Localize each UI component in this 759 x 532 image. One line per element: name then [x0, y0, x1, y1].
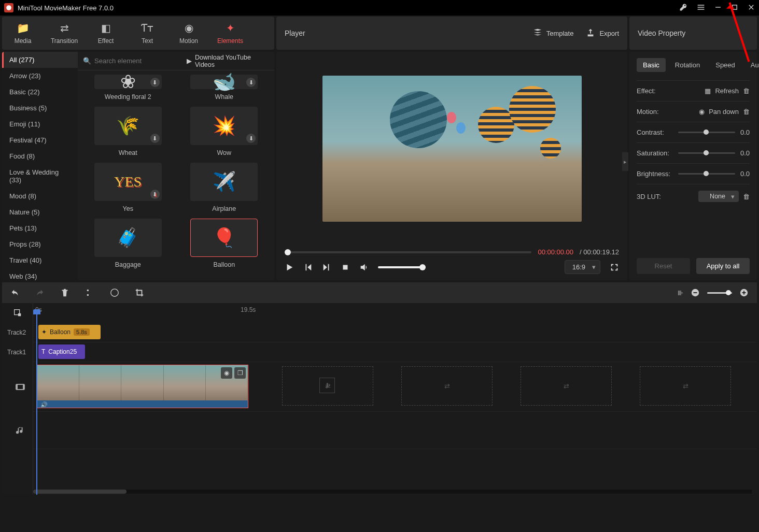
zoom-in-button[interactable]: [739, 288, 749, 297]
category-item[interactable]: Arrow (23): [2, 68, 78, 84]
playhead[interactable]: [36, 312, 37, 495]
track-2[interactable]: ✦ Balloon 5.8s: [33, 323, 757, 342]
tab-elements[interactable]: ✦ Elements: [209, 17, 251, 50]
audio-track-icon[interactable]: [2, 412, 33, 449]
category-item[interactable]: Love & Wedding (33): [2, 164, 78, 188]
split-button[interactable]: [85, 288, 94, 297]
download-icon[interactable]: ⬇: [246, 78, 256, 87]
progress-slider[interactable]: [285, 251, 531, 253]
tab-effect[interactable]: ◧ Effect: [85, 17, 126, 50]
prop-tab-speed[interactable]: Speed: [709, 58, 741, 72]
tab-text[interactable]: Ƭᴛ Text: [126, 17, 168, 50]
category-item[interactable]: Business (5): [2, 100, 78, 116]
reset-button[interactable]: Reset: [637, 258, 690, 274]
drop-slot[interactable]: ⇄: [640, 366, 731, 406]
time-ruler[interactable]: 0s 19.5s: [33, 303, 757, 323]
contrast-slider[interactable]: [678, 132, 735, 133]
volume-slider[interactable]: [378, 266, 426, 268]
template-button[interactable]: Template: [533, 28, 574, 39]
element-card[interactable]: 🐋⬇Whale: [182, 75, 266, 100]
category-item[interactable]: Travel (40): [2, 252, 78, 268]
video-preview[interactable]: [322, 76, 582, 222]
tab-motion[interactable]: ◉ Motion: [168, 17, 209, 50]
element-card[interactable]: 🎈Balloon: [182, 219, 266, 268]
clip-motion-icon[interactable]: ◉: [221, 367, 232, 379]
collapse-property-toggle[interactable]: ▸: [622, 152, 628, 171]
clip-copy-icon[interactable]: ❐: [234, 367, 246, 379]
zoom-slider[interactable]: [707, 292, 732, 294]
element-card[interactable]: ✈️Airplane: [182, 163, 266, 212]
brightness-slider[interactable]: [678, 173, 735, 175]
download-icon[interactable]: ⬇: [150, 78, 160, 87]
category-item[interactable]: All (277): [2, 52, 78, 68]
category-item[interactable]: Pets (13): [2, 220, 78, 236]
add-track-button[interactable]: [2, 303, 33, 323]
element-card[interactable]: YES⬇Yes: [86, 163, 170, 212]
window-close-button[interactable]: [748, 4, 755, 12]
video-track[interactable]: 🔊 ◉ ❐ ⇄ ⇄ ⇄ ⇄ ⬇: [33, 362, 757, 412]
fullscreen-button[interactable]: [610, 263, 619, 272]
play-button[interactable]: [285, 263, 294, 272]
drop-slot[interactable]: ⇄: [521, 366, 612, 406]
download-icon[interactable]: ⬇: [150, 134, 160, 143]
lut-select[interactable]: None: [698, 191, 739, 202]
effect-value[interactable]: Refresh: [715, 87, 739, 95]
element-card[interactable]: 🌾⬇Wheat: [86, 107, 170, 156]
saturation-slider[interactable]: [678, 152, 735, 154]
prop-tab-basic[interactable]: Basic: [637, 58, 666, 72]
category-item[interactable]: Props (28): [2, 236, 78, 252]
category-item[interactable]: Emoji (11): [2, 116, 78, 132]
category-list[interactable]: All (277) Arrow (23) Basic (22) Business…: [2, 52, 78, 280]
track-1[interactable]: T Caption25: [33, 342, 757, 362]
track-label-1[interactable]: Track1: [2, 342, 33, 362]
motion-value[interactable]: Pan down: [709, 108, 739, 116]
element-clip[interactable]: ✦ Balloon 5.8s: [38, 325, 101, 339]
speed-button[interactable]: [110, 288, 119, 297]
prop-tab-audio[interactable]: Audio: [744, 58, 759, 72]
category-item[interactable]: Basic (22): [2, 84, 78, 100]
video-track-icon[interactable]: [2, 362, 33, 412]
element-name: Wheat: [119, 149, 137, 156]
download-youtube-link[interactable]: ▶ Download YouTube Videos: [187, 54, 269, 68]
stop-button[interactable]: [341, 263, 350, 272]
next-frame-button[interactable]: [322, 263, 331, 272]
volume-icon[interactable]: [359, 263, 369, 272]
tab-media[interactable]: 📁 Media: [2, 17, 44, 50]
category-item[interactable]: Mood (8): [2, 188, 78, 204]
download-icon[interactable]: ⬇: [150, 190, 160, 199]
redo-button[interactable]: [35, 288, 45, 297]
license-key-icon[interactable]: [679, 3, 687, 13]
category-item[interactable]: Web (34): [2, 268, 78, 280]
crop-button[interactable]: [135, 288, 144, 297]
category-item[interactable]: Festival (47): [2, 132, 78, 148]
delete-button[interactable]: [60, 288, 69, 297]
track-label-2[interactable]: Track2: [2, 323, 33, 342]
element-card[interactable]: ❀⬇Weeding floral 2: [86, 75, 170, 100]
prev-frame-button[interactable]: [303, 263, 313, 272]
trash-icon[interactable]: 🗑: [743, 193, 750, 200]
export-button[interactable]: Export: [586, 28, 619, 39]
add-media-icon[interactable]: ⬇: [319, 378, 335, 393]
element-card[interactable]: 🧳Baggage: [86, 219, 170, 268]
element-card[interactable]: 💥⬇Wow: [182, 107, 266, 156]
category-item[interactable]: Nature (5): [2, 204, 78, 220]
audio-track[interactable]: [33, 412, 757, 449]
drop-slot[interactable]: ⇄: [401, 366, 493, 406]
video-clip[interactable]: 🔊 ◉ ❐: [37, 365, 248, 408]
tab-transition[interactable]: ⇄ Transition: [44, 17, 85, 50]
window-minimize-button[interactable]: [714, 4, 722, 12]
zoom-out-button[interactable]: [691, 288, 700, 297]
category-item[interactable]: Food (8): [2, 148, 78, 164]
undo-button[interactable]: [10, 288, 20, 297]
zoom-fit-icon[interactable]: ⊪: [678, 289, 683, 297]
apply-all-button[interactable]: Apply to all: [696, 258, 750, 274]
download-icon[interactable]: ⬇: [246, 134, 256, 143]
text-clip[interactable]: T Caption25: [38, 344, 85, 359]
trash-icon[interactable]: 🗑: [743, 108, 750, 116]
aspect-ratio-select[interactable]: 16:9: [565, 260, 600, 274]
timeline-scrollbar[interactable]: [33, 490, 752, 494]
hamburger-menu-icon[interactable]: [697, 3, 705, 13]
prop-tab-rotation[interactable]: Rotation: [669, 58, 706, 72]
search-input[interactable]: [94, 57, 181, 65]
trash-icon[interactable]: 🗑: [743, 87, 750, 95]
